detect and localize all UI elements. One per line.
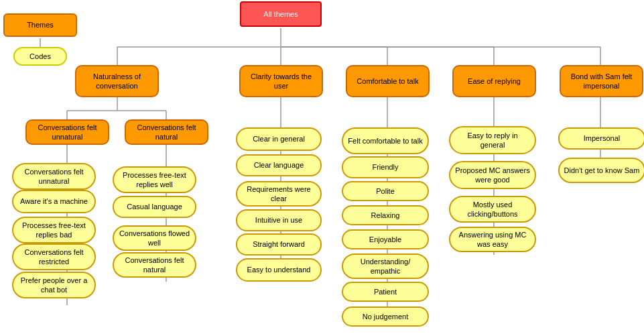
casual-lang-node: Casual language	[113, 196, 196, 218]
proc-free-well-node: Processes free-text replies well	[113, 166, 196, 193]
prefer-people-node: Prefer people over a chat bot	[12, 272, 96, 298]
ease-node: Ease of replying	[452, 65, 536, 97]
intuitive-node: Intuitive in use	[236, 209, 322, 231]
naturalness-node: Naturalness of conversation	[75, 65, 159, 97]
friendly-node: Friendly	[342, 156, 429, 178]
proposed-mc-node: Proposed MC answers were good	[449, 161, 536, 189]
didnt-know-node: Didn't get to know Sam	[558, 158, 644, 183]
clarity-node: Clarity towards the user	[239, 65, 323, 97]
clear-general-node: Clear in general	[236, 127, 322, 151]
connector-lines	[0, 0, 644, 336]
proc-free-bad-node: Processes free-text replies bad	[12, 217, 96, 243]
conv-restricted-node: Conversations felt restricted	[12, 243, 96, 270]
req-clear-node: Requirements were clear	[236, 181, 322, 207]
conv-natural-cat-node: Conversations felt natural	[125, 119, 208, 145]
easy-understand-node: Easy to understand	[236, 258, 322, 282]
no-judge-node: No judgement	[342, 306, 429, 327]
mostly-clicking-node: Mostly used clicking/buttons	[449, 196, 536, 223]
aware-machine-node: Aware it's a machine	[12, 190, 96, 213]
comfortable-node: Comfortable to talk	[346, 65, 430, 97]
enjoyable-node: Enjoyable	[342, 229, 429, 249]
felt-comfortable-node: Felt comfortable to talk	[342, 127, 429, 154]
impersonal-node: Impersonal	[558, 127, 644, 150]
polite-node: Polite	[342, 181, 429, 201]
bond-node: Bond with Sam felt impersonal	[560, 65, 643, 97]
understanding-node: Understanding/ empathic	[342, 254, 429, 279]
relaxing-node: Relaxing	[342, 205, 429, 225]
answering-mc-node: Answering using MC was easy	[449, 227, 536, 252]
conv-flowed-node: Conversations flowed well	[113, 225, 196, 251]
clear-language-node: Clear language	[236, 154, 322, 176]
diagram: All themes Themes Codes Naturalness of c…	[0, 0, 644, 336]
patient-node: Patient	[342, 282, 429, 302]
conv-unnatural-cat-node: Conversations felt unnatural	[25, 119, 109, 145]
easy-reply-gen-node: Easy to reply in general	[449, 126, 536, 154]
codes-node: Codes	[13, 47, 67, 66]
conv-felt-unnatural-node: Conversations felt unnatural	[12, 163, 96, 190]
root-node: All themes	[240, 1, 322, 27]
themes-node: Themes	[3, 13, 77, 37]
straight-node: Straight forward	[236, 233, 322, 256]
conv-felt-natural-node: Conversations felt natural	[113, 252, 196, 278]
